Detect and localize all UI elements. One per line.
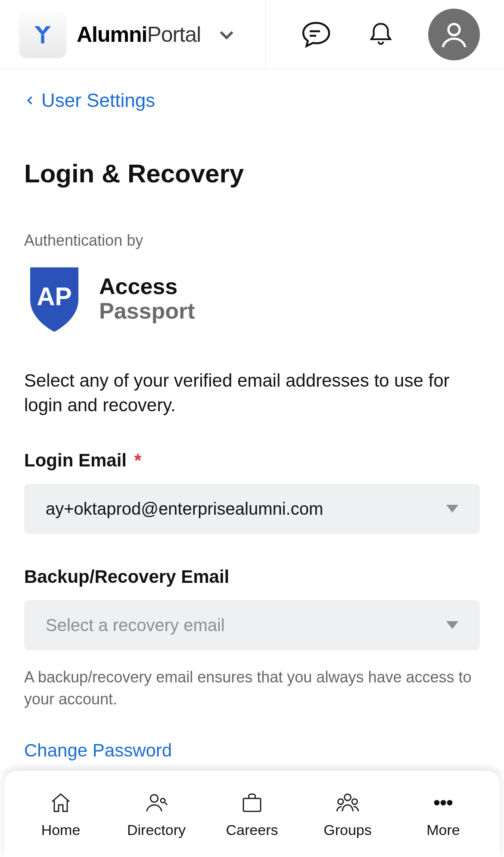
- svg-point-11: [435, 801, 439, 805]
- brand-name-bold: Alumni: [77, 22, 147, 47]
- nav-home[interactable]: Home: [13, 790, 109, 838]
- nav-more-label: More: [426, 822, 460, 838]
- home-icon: [48, 790, 74, 816]
- svg-point-3: [448, 24, 460, 35]
- notifications-button[interactable]: [364, 17, 398, 52]
- svg-point-4: [150, 794, 158, 802]
- messages-button[interactable]: [299, 17, 333, 52]
- brand-name: AlumniPortal: [77, 22, 201, 47]
- nav-more[interactable]: More: [395, 790, 491, 838]
- more-icon: [430, 790, 456, 816]
- svg-point-5: [161, 798, 165, 803]
- recovery-email-hint: A backup/recovery email ensures that you…: [24, 666, 480, 710]
- login-email-value: ay+oktaprod@enterprisealumni.com: [46, 499, 446, 519]
- chat-icon: [301, 19, 332, 50]
- caret-down-icon: [446, 621, 458, 629]
- brand-logo[interactable]: [19, 11, 66, 58]
- auth-by-label: Authentication by: [24, 231, 480, 250]
- login-email-label: Login Email *: [24, 450, 480, 471]
- profile-avatar[interactable]: [428, 9, 480, 60]
- brand-block: AlumniPortal: [0, 0, 266, 69]
- briefcase-icon: [239, 790, 265, 816]
- svg-line-6: [165, 803, 167, 805]
- svg-point-8: [345, 794, 351, 801]
- brand-y-icon: [29, 21, 56, 48]
- nav-careers[interactable]: Careers: [204, 790, 300, 838]
- page-title: Login & Recovery: [24, 159, 480, 188]
- svg-point-13: [448, 801, 452, 805]
- svg-point-9: [338, 799, 344, 804]
- auth-provider-line2: Passport: [99, 297, 195, 324]
- auth-provider-logo: AP Access Passport: [24, 265, 480, 334]
- bell-icon: [367, 20, 395, 49]
- page-description: Select any of your verified email addres…: [24, 369, 480, 417]
- nav-groups-label: Groups: [324, 822, 372, 838]
- svg-point-12: [441, 801, 445, 805]
- nav-careers-label: Careers: [226, 822, 278, 838]
- nav-groups[interactable]: Groups: [300, 790, 395, 838]
- breadcrumb-label: User Settings: [41, 90, 155, 111]
- main-content: Login & Recovery Authentication by AP Ac…: [0, 159, 504, 761]
- required-marker: *: [134, 450, 141, 470]
- header-actions: [266, 9, 504, 60]
- shield-text: AP: [37, 282, 72, 310]
- svg-point-10: [352, 799, 358, 804]
- avatar-icon: [437, 18, 471, 51]
- brand-switch-dropdown[interactable]: [214, 22, 240, 47]
- nav-directory-label: Directory: [127, 822, 186, 838]
- recovery-email-placeholder: Select a recovery email: [46, 616, 446, 635]
- change-password-link[interactable]: Change Password: [24, 740, 172, 761]
- shield-icon: AP: [24, 265, 84, 334]
- caret-down-icon: [446, 505, 458, 513]
- directory-icon: [143, 790, 169, 816]
- shield-badge: AP: [24, 265, 84, 334]
- nav-home-label: Home: [41, 822, 81, 838]
- chevron-left-icon: [24, 94, 36, 106]
- login-email-select[interactable]: ay+oktaprod@enterprisealumni.com: [24, 484, 480, 534]
- nav-directory[interactable]: Directory: [109, 790, 204, 838]
- app-header: AlumniPortal: [0, 0, 504, 69]
- svg-rect-0: [41, 35, 44, 43]
- bottom-nav: Home Directory Careers Groups More: [4, 771, 500, 857]
- brand-name-light: Portal: [147, 22, 201, 47]
- groups-icon: [335, 790, 361, 816]
- auth-provider-line1: Access: [99, 275, 195, 297]
- svg-rect-7: [243, 798, 261, 811]
- recovery-email-select[interactable]: Select a recovery email: [24, 600, 480, 650]
- auth-provider-name: Access Passport: [99, 275, 195, 324]
- back-breadcrumb[interactable]: User Settings: [0, 69, 179, 111]
- recovery-email-label: Backup/Recovery Email: [24, 566, 480, 587]
- chevron-down-icon: [217, 25, 236, 44]
